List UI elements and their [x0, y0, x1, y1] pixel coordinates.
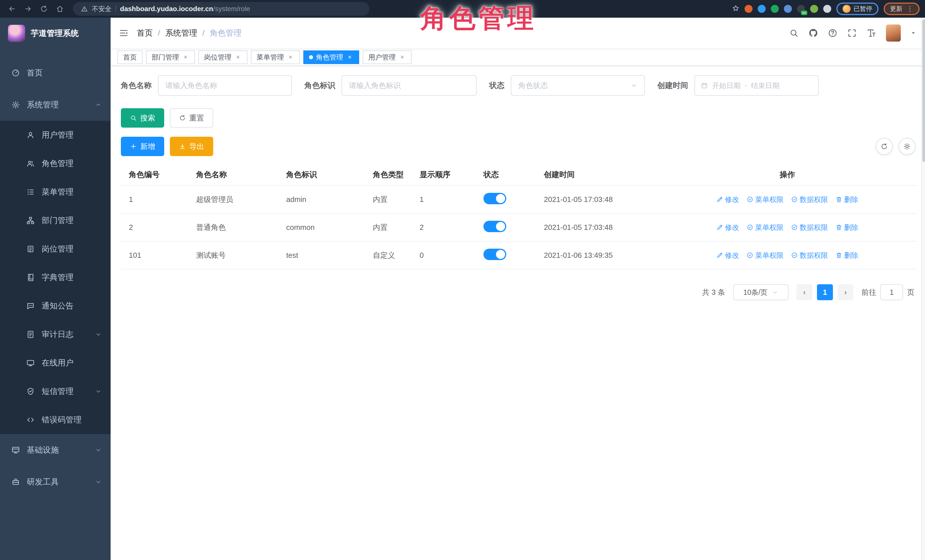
header-actions [789, 24, 916, 42]
close-icon[interactable]: × [399, 54, 406, 61]
fullscreen-icon[interactable] [847, 28, 857, 38]
blue-split-extension-icon[interactable] [784, 5, 792, 13]
menu-permission-link[interactable]: 菜单权限 [747, 195, 783, 204]
sidebar-item-notice[interactable]: 通知公告 [0, 292, 111, 320]
puzzle-extension-icon[interactable] [823, 5, 831, 13]
status-label: 状态 [489, 80, 505, 90]
github-icon[interactable] [808, 28, 818, 38]
tab-label: 角色管理 [316, 53, 343, 62]
sidebar-item-infrastructure[interactable]: 基础设施 [0, 434, 111, 466]
orange-extension-icon[interactable] [744, 5, 753, 13]
prev-page-button[interactable]: ‹ [797, 284, 812, 300]
data-permission-link[interactable]: 数据权限 [791, 195, 828, 204]
tab-posts[interactable]: 岗位管理 × [198, 50, 247, 64]
close-icon[interactable]: × [234, 54, 242, 61]
sidebar-item-posts[interactable]: 岗位管理 [0, 235, 111, 263]
sidebar-item-menus[interactable]: 菜单管理 [0, 178, 111, 206]
close-icon[interactable]: × [346, 54, 354, 61]
hamburger-icon[interactable] [119, 28, 129, 38]
sidebar-item-label: 岗位管理 [42, 243, 74, 254]
address-bar[interactable]: 不安全 dashboard.yudao.iocoder.cn/system/ro… [73, 2, 369, 16]
browser-update-button[interactable]: 更新 ⋮ [884, 3, 920, 15]
export-button[interactable]: 导出 [170, 137, 213, 156]
browser-window: 不安全 dashboard.yudao.iocoder.cn/system/ro… [0, 0, 925, 560]
profile-paused-pill[interactable]: 已暂停 [836, 3, 878, 15]
create-time-group: 创建时间 开始日期 - 结束日期 [657, 75, 819, 96]
refresh-icon [881, 143, 888, 150]
tab-roles[interactable]: 角色管理 × [303, 50, 359, 64]
tab-label: 首页 [123, 53, 137, 62]
dark-extension-icon[interactable]: on [797, 5, 805, 13]
search-button[interactable]: 搜索 [121, 108, 164, 128]
data-permission-link[interactable]: 数据权限 [791, 223, 828, 232]
sidebar-item-dev-tools[interactable]: 研发工具 [0, 466, 111, 498]
sidebar-item-dict[interactable]: 字典管理 [0, 263, 111, 292]
sidebar-item-home[interactable]: 首页 [0, 57, 111, 89]
goto-page-input[interactable] [880, 284, 903, 300]
page-1-button[interactable]: 1 [817, 284, 833, 300]
sidebar-item-departments[interactable]: 部门管理 [0, 206, 111, 235]
refresh-table-button[interactable] [876, 138, 893, 155]
data-permission-link[interactable]: 数据权限 [791, 251, 828, 260]
delete-icon [836, 252, 842, 259]
menu-permission-link[interactable]: 菜单权限 [747, 223, 783, 232]
close-icon[interactable]: × [182, 54, 189, 61]
user-avatar[interactable] [886, 24, 901, 42]
status-select[interactable]: 角色状态 [511, 75, 645, 96]
reset-button[interactable]: 重置 [170, 108, 213, 128]
edit-role-link[interactable]: 修改 [716, 251, 739, 260]
delete-role-link[interactable]: 删除 [836, 223, 858, 232]
status-toggle[interactable] [484, 221, 506, 232]
sidebar-item-error-codes[interactable]: 错误码管理 [0, 405, 111, 434]
search-icon[interactable] [789, 28, 799, 38]
role-key-input[interactable]: 请输入角色标识 [342, 75, 477, 96]
sidebar-item-sms[interactable]: 短信管理 [0, 377, 111, 405]
next-page-button[interactable]: › [838, 284, 853, 300]
roles-icon [27, 161, 33, 166]
edit-role-link[interactable]: 修改 [716, 195, 739, 204]
tab-menus[interactable]: 菜单管理 × [251, 50, 300, 64]
delete-icon [836, 224, 842, 231]
page-scrollbar[interactable] [921, 18, 925, 560]
browser-menu-icon[interactable]: ⋮ [907, 5, 913, 13]
sidebar-item-users[interactable]: 用户管理 [0, 121, 111, 149]
page-size-select[interactable]: 10条/页 [733, 284, 788, 300]
sidebar-item-online-users[interactable]: 在线用户 [0, 349, 111, 377]
sidebar-item-roles[interactable]: 角色管理 [0, 149, 111, 178]
sidebar-item-audit-log[interactable]: 审计日志 [0, 320, 111, 349]
breadcrumb-system[interactable]: 系统管理 [165, 28, 197, 39]
breadcrumb-current: 角色管理 [210, 28, 242, 39]
scrollbar-thumb[interactable] [922, 20, 925, 162]
sidebar-item-system[interactable]: 系统管理 [0, 89, 111, 121]
bookmark-star-icon[interactable] [732, 4, 740, 14]
menu-permission-link[interactable]: 菜单权限 [747, 251, 783, 260]
caret-down-icon[interactable] [910, 30, 916, 36]
font-size-icon[interactable] [866, 28, 876, 38]
cell-actions: 修改 菜单权限 数据权限 删除 [655, 195, 917, 204]
edit-role-link[interactable]: 修改 [716, 223, 739, 232]
column-settings-button[interactable] [898, 138, 916, 155]
delete-role-link[interactable]: 删除 [836, 251, 858, 260]
status-toggle[interactable] [484, 193, 506, 204]
blue-gem-extension-icon[interactable] [758, 5, 766, 13]
sidebar-item-label: 部门管理 [42, 215, 74, 226]
delete-icon [836, 196, 842, 203]
add-role-button[interactable]: 新增 [121, 137, 164, 156]
browser-back-button[interactable] [6, 3, 18, 15]
green-plant-extension-icon[interactable] [810, 5, 818, 13]
browser-home-button[interactable] [54, 3, 66, 15]
role-name-input[interactable]: 请输入角色名称 [158, 75, 292, 96]
delete-role-link[interactable]: 删除 [836, 195, 858, 204]
help-icon[interactable] [828, 28, 838, 38]
date-range-picker[interactable]: 开始日期 - 结束日期 [695, 75, 819, 96]
breadcrumb-home[interactable]: 首页 [137, 28, 153, 39]
browser-forward-button[interactable] [22, 3, 34, 15]
tab-users[interactable]: 用户管理 × [363, 50, 411, 64]
status-toggle[interactable] [484, 249, 506, 260]
sidebar-item-label: 在线用户 [42, 357, 74, 368]
tab-home[interactable]: 首页 [118, 50, 143, 64]
browser-reload-button[interactable] [38, 3, 50, 15]
green-circle-extension-icon[interactable] [771, 5, 779, 13]
close-icon[interactable]: × [287, 54, 294, 61]
tab-departments[interactable]: 部门管理 × [146, 50, 195, 64]
